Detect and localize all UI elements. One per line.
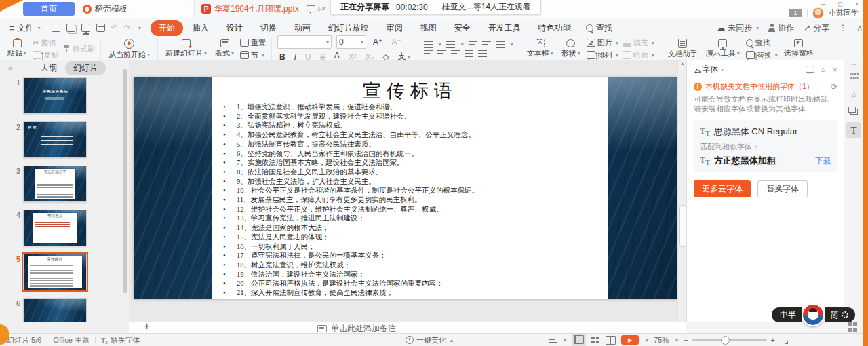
normal-view-button-selected[interactable] [572,334,586,346]
pin-icon[interactable]: ⌂ [821,65,826,73]
ime-avatar[interactable] [802,303,825,326]
shapes-button[interactable]: 形状▾ [559,39,583,58]
redo-icon[interactable]: ↷ [124,23,131,33]
new-tab-button[interactable]: + [316,3,322,14]
share-button[interactable]: ↗ 分享 [804,22,829,34]
undo-icon[interactable]: ↶ [111,23,118,33]
print-preview-icon[interactable] [96,24,105,32]
scroll-up-icon[interactable]: ▲ [680,61,685,66]
slide-sorter-icon[interactable] [591,337,600,344]
distribute-icon[interactable] [478,50,487,57]
picture-button[interactable]: 图片▾ [587,38,618,48]
one-click-beautify-button[interactable]: 一键美化 ▴ [406,335,453,345]
close-window-icon[interactable]: × [855,1,859,7]
replace-font-button[interactable]: 替换字体 [757,180,808,197]
ribbon-tab[interactable]: 审阅 [378,20,411,36]
slide-thumbnail-row[interactable]: 4 节日意义 [9,210,129,246]
notes-toggle-icon[interactable] [549,337,557,343]
file-menu[interactable]: ≡ 文件 ▾ [5,22,45,34]
copy-button[interactable]: 复制 [33,50,58,60]
present-tools-button[interactable]: 演示工具▾ [704,39,742,58]
slide-thumbnail[interactable]: 目 录 [23,121,87,158]
ribbon-tab[interactable]: 切换 [252,20,285,36]
bullet-list-icon[interactable] [424,41,433,48]
properties-sliders-icon[interactable] [844,72,864,80]
theme-name[interactable]: Office 主题 [53,335,90,345]
more-menu-icon[interactable]: ⋮ [839,23,847,33]
slide-thumbnail-row[interactable]: 1 学宪法讲宪法 [9,77,129,114]
layout-button[interactable]: 版式▾ [213,39,236,58]
effects-star-icon[interactable]: ☆ [844,90,864,100]
chevron-down-icon[interactable]: ▾ [138,25,141,31]
grow-font-button[interactable]: A⁺ [371,37,384,47]
fill-button[interactable]: 填充▾ [623,38,654,48]
text-tool-icon-selected[interactable]: T [846,122,861,138]
export-icon[interactable] [66,24,75,32]
minimize-icon[interactable]: ─ [821,1,825,7]
maximize-icon[interactable]: ◻ [837,1,842,7]
comment-bubble-icon[interactable] [307,5,315,12]
reading-view-icon[interactable] [606,336,616,345]
line-spacing-icon[interactable] [496,41,505,48]
slide-thumbnail[interactable]: 节日意义 [23,210,87,246]
user-name[interactable]: 小苏同学 [829,8,859,18]
collapse-panel-icon[interactable]: « [0,64,20,72]
doc-assistant-button[interactable]: 文档助手 [666,39,700,59]
ribbon-tab[interactable]: 动画 [286,20,319,36]
text-box-button[interactable]: 文本框▾ [525,39,555,58]
slide-thumbnail-row[interactable]: 6 [9,298,129,322]
user-avatar[interactable] [812,7,824,19]
docer-template-tab[interactable]: 稻壳模板 [76,0,134,18]
animation-shapes-icon[interactable] [844,107,864,117]
sync-status[interactable]: ☁ 未同步▾ [717,22,759,34]
find-button[interactable]: 查找 [746,38,778,48]
justify-icon[interactable] [465,50,473,57]
slide-content-box[interactable]: 宣传标语 1、增强宪法意识，推动科学发展，促进社会和谐。 2、全面贯彻落实科学发… [212,77,608,299]
slide-thumbnail[interactable]: 学宪法讲宪法 [23,77,87,114]
gear-icon[interactable] [842,311,848,318]
refresh-icon[interactable]: ⟳ [831,82,837,92]
ime-lang[interactable]: 简 [825,307,855,322]
outline-button[interactable]: 轮廓▾ [623,50,654,60]
screen-share-banner[interactable]: 正在分享屏幕 00:02:30 桂亚文...等14人正在观看 [330,0,541,15]
save-icon[interactable] [52,24,60,32]
canvas-scrollbar[interactable]: ▲ [677,60,686,322]
slide-thumbnail-row[interactable]: 3 宪法在我心中 [9,166,129,202]
section-button[interactable]: 节▾ [240,50,266,60]
notification-badge[interactable]: 1 [789,9,802,17]
reset-button[interactable]: 重置 [240,38,266,48]
ribbon-search[interactable]: 查找 [586,22,612,34]
canvas-scrollbar-thumb[interactable] [679,205,686,247]
select-pane-button[interactable]: 选择窗格 [782,39,816,58]
slide-title[interactable]: 宣传标语 [212,77,608,101]
ribbon-tab[interactable]: 幻灯片放映 [320,20,377,36]
ribbon-tab[interactable]: 开始 [151,20,183,36]
ribbon-tab[interactable]: 安全 [446,20,479,36]
tab-slides[interactable]: 幻灯片 [65,61,106,75]
cut-button[interactable]: ✂剪切 [33,38,58,48]
ribbon-tab[interactable]: 插入 [184,20,217,36]
align-left-icon[interactable] [424,50,433,57]
more-cloud-fonts-button[interactable]: 更多云字体 [694,180,751,197]
home-tab[interactable]: 首页 [23,2,75,16]
ime-mode[interactable]: 中半 [772,307,802,322]
collapse-ribbon-icon[interactable]: ∧ [856,23,863,33]
zoom-level[interactable]: 75% [654,336,669,344]
add-slide-button[interactable]: + [144,320,150,332]
tab-outline[interactable]: 大纲 [33,61,65,75]
feedback-icon[interactable] [806,66,814,73]
align-right-icon[interactable] [451,50,460,57]
ribbon-tab[interactable]: 特色功能 [530,20,579,36]
font-size-select[interactable]: 0▾ [336,35,366,49]
slideshow-play-button[interactable]: ▶ [621,335,639,345]
slide-thumbnail-row[interactable]: 2 目 录 [9,121,129,158]
decrease-indent-icon[interactable] [469,41,477,48]
download-link[interactable]: 下载 [815,155,831,167]
font-name-select[interactable]: ▾ [277,35,332,49]
zoom-slider-knob[interactable] [721,336,730,345]
missing-fonts-status[interactable]: 缺失字体 [111,335,140,345]
ime-toolbar[interactable]: 中半 简 [772,303,855,326]
ribbon-tab[interactable]: 视图 [412,20,445,36]
slide-thumbnail[interactable]: 宪法在我心中 [23,166,87,202]
slide-thumbnail-row[interactable]: 5 宣传标语 [9,254,129,290]
